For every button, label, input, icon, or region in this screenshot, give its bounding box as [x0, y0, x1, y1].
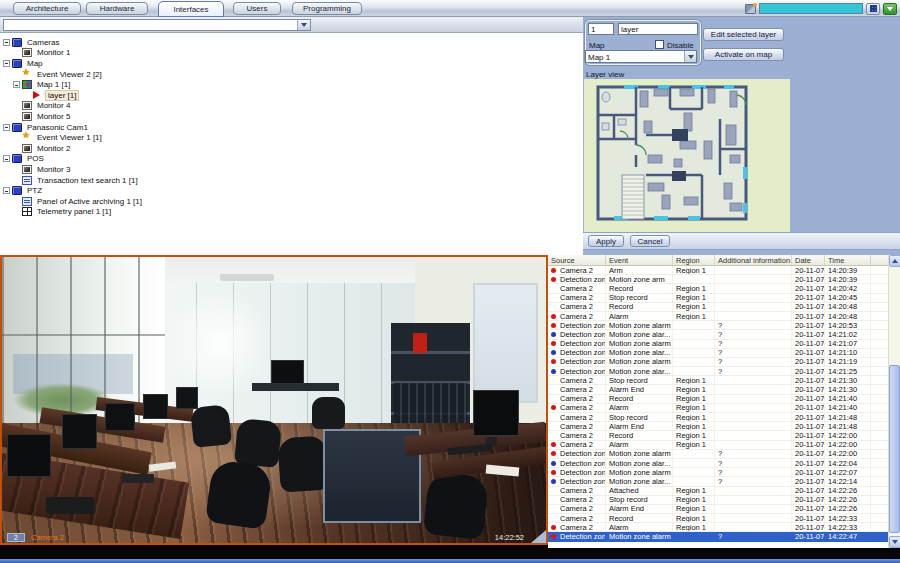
- tree-item[interactable]: Monitor 3: [0, 164, 583, 175]
- map-combobox[interactable]: Map 1: [585, 50, 697, 63]
- cancel-button[interactable]: Cancel: [630, 235, 670, 247]
- bottom-bar: [0, 548, 900, 559]
- log-row[interactable]: Detection zon...Motion zone alar...?20-1…: [548, 349, 888, 358]
- alarm-red-icon: [551, 441, 558, 448]
- layer-view-preview[interactable]: [584, 79, 790, 232]
- apply-dropdown-button[interactable]: [883, 3, 897, 15]
- tree-item[interactable]: Event Viewer 1 [1]: [0, 132, 583, 143]
- log-row[interactable]: Detection zon...Motion zone alarm?20-11-…: [548, 450, 888, 459]
- log-row[interactable]: Camera 2AlarmRegion 120-11-0714:22:00: [548, 441, 888, 450]
- tree-item[interactable]: Monitor 5: [0, 111, 583, 122]
- column-header[interactable]: Date: [792, 255, 825, 265]
- log-row[interactable]: Detection zon...Motion zone alar...?20-1…: [548, 459, 888, 468]
- log-cell-filler: [871, 340, 888, 348]
- tab-programming[interactable]: Programming: [292, 2, 362, 15]
- status-field[interactable]: [759, 3, 863, 14]
- tree-item[interactable]: layer [1]: [0, 90, 583, 101]
- collapse-icon[interactable]: [3, 187, 10, 194]
- log-row[interactable]: Detection zon...Motion zone alarm?20-11-…: [548, 468, 888, 477]
- activate-on-map-button[interactable]: Activate on map: [703, 48, 784, 61]
- tree-item[interactable]: Monitor 2: [0, 143, 583, 154]
- log-row[interactable]: Detection zon...Motion zone arm20-11-071…: [548, 275, 888, 284]
- tab-architecture[interactable]: Architecture: [13, 2, 81, 15]
- column-header[interactable]: Source: [548, 255, 606, 265]
- log-row[interactable]: Camera 2RecordRegion 120-11-0714:20:42: [548, 284, 888, 293]
- layer-number-field[interactable]: 1: [588, 23, 614, 35]
- log-row[interactable]: Camera 2AlarmRegion 120-11-0714:22:33: [548, 523, 888, 532]
- log-row[interactable]: Camera 2Stop recordRegion 120-11-0714:20…: [548, 294, 888, 303]
- log-cell: Motion zone alar...: [606, 459, 673, 467]
- log-cell: 20-11-07: [792, 330, 825, 338]
- event-log-scrollbar[interactable]: [888, 255, 900, 548]
- scroll-down-button[interactable]: [889, 536, 900, 548]
- collapse-icon[interactable]: [3, 39, 10, 46]
- column-header[interactable]: Additional information: [715, 255, 792, 265]
- combobox-dropdown-button[interactable]: [297, 20, 310, 30]
- scrollbar-thumb[interactable]: [889, 365, 900, 533]
- layer-name-field[interactable]: layer: [618, 23, 698, 35]
- collapse-icon[interactable]: [3, 155, 10, 162]
- log-row[interactable]: Camera 2AlarmRegion 120-11-0714:20:48: [548, 312, 888, 321]
- log-row[interactable]: Detection zon...Motion zone alar...?20-1…: [548, 477, 888, 486]
- camera-title-bar: 2 Camera 2 14:22:52: [2, 531, 546, 543]
- tree-item[interactable]: Cameras: [0, 37, 583, 48]
- tree-item-label: Transaction text search 1 [1]: [35, 176, 140, 185]
- log-row[interactable]: Camera 2Stop recordRegion 120-11-0714:22…: [548, 496, 888, 505]
- log-row[interactable]: Camera 2AlarmRegion 120-11-0714:21:40: [548, 404, 888, 413]
- camera-view[interactable]: 2 Camera 2 14:22:52: [0, 255, 548, 545]
- disable-checkbox[interactable]: [655, 40, 664, 49]
- log-row[interactable]: Detection zon...Motion zone alarm?20-11-…: [548, 340, 888, 349]
- log-row[interactable]: Camera 2Alarm EndRegion 120-11-0714:22:2…: [548, 505, 888, 514]
- apply-button[interactable]: Apply: [588, 235, 624, 247]
- collapse-icon[interactable]: [3, 124, 10, 131]
- log-cell: Alarm: [606, 523, 673, 531]
- log-cell: [673, 450, 715, 458]
- column-header[interactable]: Region: [673, 255, 715, 265]
- log-row[interactable]: Detection zon...Motion zone alarm?20-11-…: [548, 321, 888, 330]
- tab-users[interactable]: Users: [233, 2, 281, 15]
- tree-item[interactable]: Monitor 1: [0, 48, 583, 59]
- log-row[interactable]: Camera 2RecordRegion 120-11-0714:22:00: [548, 431, 888, 440]
- alarm-red-icon: [551, 533, 558, 540]
- log-row[interactable]: Camera 2ArmRegion 120-11-0714:20:39: [548, 266, 888, 275]
- tree-item[interactable]: Map 1 [1]: [0, 79, 583, 90]
- object-combobox[interactable]: [3, 19, 311, 31]
- collapse-icon[interactable]: [3, 60, 10, 67]
- log-row[interactable]: Detection zon...Motion zone alarm?20-11-…: [548, 532, 888, 541]
- log-row[interactable]: Camera 2Stop recordRegion 120-11-0714:21…: [548, 376, 888, 385]
- log-row[interactable]: Camera 2Stop recordRegion 120-11-0714:21…: [548, 413, 888, 422]
- log-row[interactable]: Camera 2Alarm EndRegion 120-11-0714:21:4…: [548, 422, 888, 431]
- tree-item[interactable]: Panel of Active archiving 1 [1]: [0, 196, 583, 207]
- collapse-icon[interactable]: [13, 81, 20, 88]
- log-cell: [715, 514, 792, 522]
- log-cell: [673, 459, 715, 467]
- column-header[interactable]: Event: [606, 255, 673, 265]
- log-cell: 20-11-07: [792, 532, 825, 540]
- tree-item-label: Monitor 4: [35, 101, 72, 110]
- log-row[interactable]: Detection zon...Motion zone alar...?20-1…: [548, 367, 888, 376]
- tree-item[interactable]: Monitor 4: [0, 101, 583, 112]
- column-header[interactable]: Time: [825, 255, 871, 265]
- tab-interfaces[interactable]: Interfaces: [158, 1, 224, 17]
- tree-item[interactable]: PTZ: [0, 185, 583, 196]
- log-row[interactable]: Camera 2Alarm EndRegion 120-11-0714:21:3…: [548, 385, 888, 394]
- log-row[interactable]: Detection zon...Motion zone alarm?20-11-…: [548, 358, 888, 367]
- alarm-red-icon: [551, 404, 558, 411]
- tree-item[interactable]: POS: [0, 154, 583, 165]
- tree-item[interactable]: Transaction text search 1 [1]: [0, 175, 583, 186]
- log-row[interactable]: Camera 2RecordRegion 120-11-0714:21:40: [548, 395, 888, 404]
- scroll-up-button[interactable]: [889, 255, 900, 267]
- edit-selected-layer-button[interactable]: Edit selected layer: [703, 28, 784, 41]
- log-row[interactable]: Detection zon...Motion zone alar...?20-1…: [548, 330, 888, 339]
- log-cell: ?: [715, 450, 792, 458]
- tree-item[interactable]: Telemetry panel 1 [1]: [0, 207, 583, 218]
- log-row[interactable]: Camera 2RecordRegion 120-11-0714:22:33: [548, 514, 888, 523]
- log-row[interactable]: Camera 2AttachedRegion 120-11-0714:22:26: [548, 487, 888, 496]
- tab-hardware[interactable]: Hardware: [86, 2, 148, 15]
- log-row[interactable]: Camera 2RecordRegion 120-11-0714:20:48: [548, 303, 888, 312]
- tree-item[interactable]: Map: [0, 58, 583, 69]
- tree-item[interactable]: Panasonic Cam1: [0, 122, 583, 133]
- tree-item[interactable]: Event Viewer 2 [2]: [0, 69, 583, 80]
- map-combobox-dropdown-button[interactable]: [684, 51, 696, 62]
- keypad-button[interactable]: [866, 3, 880, 15]
